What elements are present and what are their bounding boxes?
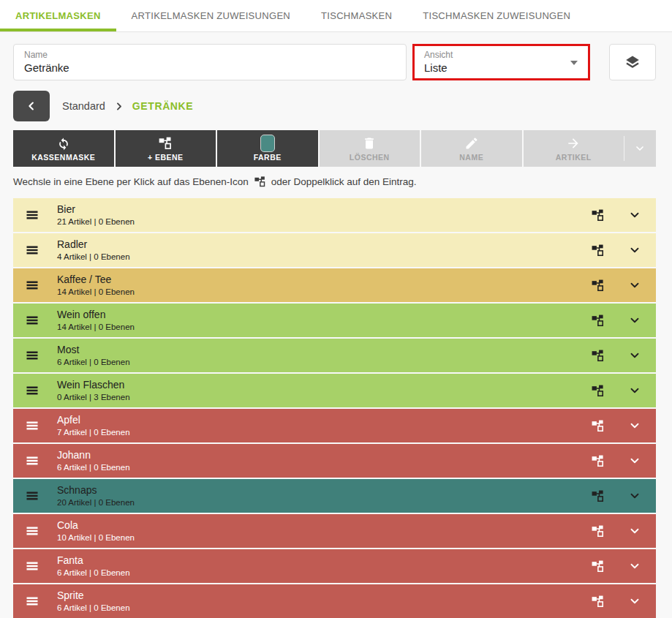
- toolbar-more-button[interactable]: [624, 130, 656, 167]
- ansicht-select[interactable]: Ansicht Liste: [412, 44, 590, 80]
- enter-level-tree-icon[interactable]: [591, 595, 605, 608]
- row-expand-chevron-icon[interactable]: [628, 419, 641, 432]
- drag-handle-icon[interactable]: [25, 279, 39, 291]
- row-title: Johann: [57, 449, 591, 461]
- row-text: Schnaps 20 Artikel | 0 Ebenen: [57, 484, 591, 508]
- mask-row[interactable]: Johann 6 Artikel | 0 Ebenen: [13, 444, 656, 478]
- tab-tischmasken[interactable]: TISCHMASKEN: [306, 0, 407, 31]
- main-content: Name Ansicht Liste Standard GETRÄNKE: [0, 32, 672, 618]
- add-ebene-button[interactable]: + EBENE: [116, 130, 216, 167]
- drag-handle-icon[interactable]: [25, 595, 39, 607]
- mask-row[interactable]: Wein offen 14 Artikel | 0 Ebenen: [13, 304, 656, 337]
- row-expand-chevron-icon[interactable]: [628, 454, 641, 467]
- row-expand-chevron-icon[interactable]: [628, 208, 641, 222]
- drag-handle-icon[interactable]: [25, 420, 39, 432]
- tab-artikelmasken-zuweisungen[interactable]: ARTIKELMASKEN ZUWEISUNGEN: [116, 0, 306, 31]
- row-expand-chevron-icon[interactable]: [628, 314, 641, 327]
- row-title: Sprite: [57, 589, 591, 602]
- row-title: Wein offen: [57, 309, 591, 321]
- mask-row[interactable]: Cola 10 Artikel | 0 Ebenen: [13, 514, 656, 548]
- drag-handle-icon[interactable]: [25, 455, 39, 467]
- breadcrumb-root[interactable]: Standard: [62, 100, 105, 112]
- row-title: Apfel: [57, 414, 591, 426]
- row-title: Kaffee / Tee: [57, 274, 591, 286]
- enter-level-tree-icon[interactable]: [591, 314, 605, 328]
- enter-level-tree-icon[interactable]: [591, 489, 605, 503]
- back-button[interactable]: [13, 91, 50, 121]
- color-swatch: [260, 136, 275, 151]
- loeschen-button[interactable]: LÖSCHEN: [320, 130, 420, 167]
- toolbar: KASSENMASKE + EBENE FARBE LÖSCHEN NAME: [13, 130, 656, 167]
- kassenmaske-label: KASSENMASKE: [31, 153, 95, 162]
- mask-row[interactable]: Fanta 6 Artikel | 0 Ebenen: [13, 549, 656, 583]
- row-text: Wein Flaschen 0 Artikel | 3 Ebenen: [57, 379, 591, 402]
- drag-handle-icon[interactable]: [25, 350, 39, 361]
- row-title: Radler: [57, 238, 591, 251]
- drag-handle-icon[interactable]: [25, 244, 39, 256]
- name-label: NAME: [459, 153, 483, 162]
- drag-handle-icon[interactable]: [25, 385, 39, 396]
- row-expand-chevron-icon[interactable]: [628, 595, 641, 608]
- row-text: Johann 6 Artikel | 0 Ebenen: [57, 449, 591, 472]
- mask-row[interactable]: Bier 21 Artikel | 0 Ebenen: [13, 198, 656, 232]
- name-input[interactable]: [24, 61, 396, 75]
- row-subtitle: 14 Artikel | 0 Ebenen: [57, 322, 591, 332]
- breadcrumb-current: GETRÄNKE: [132, 100, 193, 112]
- enter-level-tree-icon[interactable]: [591, 208, 605, 222]
- enter-level-tree-icon[interactable]: [591, 454, 605, 468]
- enter-level-tree-icon[interactable]: [591, 559, 605, 573]
- kassenmaske-button[interactable]: KASSENMASKE: [13, 130, 114, 167]
- tab-artikelmasken[interactable]: ARTIKELMASKEN: [0, 0, 116, 31]
- hint-text-before: Wechsle in eine Ebene per Klick auf das …: [13, 176, 249, 187]
- drag-handle-icon[interactable]: [25, 209, 39, 221]
- enter-level-tree-icon[interactable]: [591, 524, 605, 538]
- row-expand-chevron-icon[interactable]: [628, 384, 641, 397]
- enter-level-tree-icon[interactable]: [591, 279, 605, 293]
- row-subtitle: 20 Artikel | 0 Ebenen: [57, 497, 591, 508]
- row-text: Most 6 Artikel | 0 Ebenen: [57, 344, 591, 367]
- row-title: Cola: [57, 519, 591, 532]
- row-expand-chevron-icon[interactable]: [628, 524, 641, 538]
- farbe-button[interactable]: FARBE: [217, 130, 318, 167]
- arrow-right-icon: [566, 136, 581, 151]
- drag-handle-icon[interactable]: [25, 525, 39, 537]
- enter-level-tree-icon[interactable]: [591, 244, 605, 257]
- row-text: Bier 21 Artikel | 0 Ebenen: [57, 203, 591, 227]
- trash-icon: [362, 136, 377, 151]
- row-subtitle: 6 Artikel | 0 Ebenen: [57, 462, 591, 472]
- row-expand-chevron-icon[interactable]: [628, 559, 641, 573]
- mask-row[interactable]: Most 6 Artikel | 0 Ebenen: [13, 339, 656, 372]
- enter-level-tree-icon[interactable]: [591, 349, 605, 363]
- enter-level-tree-icon[interactable]: [591, 419, 605, 433]
- row-subtitle: 7 Artikel | 0 Ebenen: [57, 427, 591, 437]
- drag-handle-icon[interactable]: [25, 560, 39, 572]
- name-button[interactable]: NAME: [421, 130, 522, 167]
- row-expand-chevron-icon[interactable]: [628, 279, 641, 292]
- drag-handle-icon[interactable]: [25, 490, 39, 502]
- row-text: Radler 4 Artikel | 0 Ebenen: [57, 238, 591, 262]
- row-title: Most: [57, 344, 591, 356]
- mask-row[interactable]: Wein Flaschen 0 Artikel | 3 Ebenen: [13, 374, 656, 407]
- artikel-label: ARTIKEL: [556, 153, 592, 162]
- tab-tischmasken-zuweisungen[interactable]: TISCHMASKEN ZUWEISUNGEN: [407, 0, 586, 31]
- artikel-button[interactable]: ARTIKEL: [524, 130, 624, 167]
- tree-icon: [254, 176, 266, 188]
- mask-row[interactable]: Kaffee / Tee 14 Artikel | 0 Ebenen: [13, 268, 656, 302]
- mask-row[interactable]: Radler 4 Artikel | 0 Ebenen: [13, 233, 656, 267]
- row-title: Fanta: [57, 554, 591, 567]
- row-text: Kaffee / Tee 14 Artikel | 0 Ebenen: [57, 274, 591, 297]
- loeschen-label: LÖSCHEN: [350, 153, 390, 162]
- enter-level-tree-icon[interactable]: [591, 384, 605, 398]
- sync-icon: [56, 136, 71, 151]
- row-expand-chevron-icon[interactable]: [628, 244, 641, 257]
- row-subtitle: 21 Artikel | 0 Ebenen: [57, 216, 591, 227]
- row-expand-chevron-icon[interactable]: [628, 349, 641, 362]
- drag-handle-icon[interactable]: [25, 314, 39, 326]
- mask-row[interactable]: Apfel 7 Artikel | 0 Ebenen: [13, 409, 656, 442]
- row-expand-chevron-icon[interactable]: [628, 489, 641, 502]
- layers-button[interactable]: [609, 44, 656, 80]
- row-text: Apfel 7 Artikel | 0 Ebenen: [57, 414, 591, 437]
- mask-row[interactable]: Schnaps 20 Artikel | 0 Ebenen: [13, 479, 656, 513]
- mask-row[interactable]: Sprite 6 Artikel | 0 Ebenen: [13, 584, 656, 618]
- add-ebene-label: + EBENE: [148, 153, 184, 162]
